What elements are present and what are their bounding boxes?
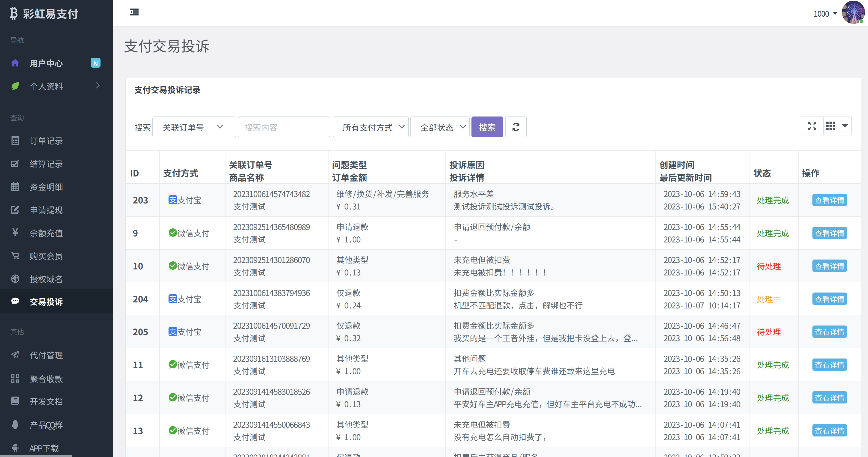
svg-text:支: 支 bbox=[169, 294, 177, 303]
svg-text:¥: ¥ bbox=[12, 228, 18, 237]
svg-text:支: 支 bbox=[169, 327, 177, 336]
svg-text:支: 支 bbox=[169, 195, 177, 204]
